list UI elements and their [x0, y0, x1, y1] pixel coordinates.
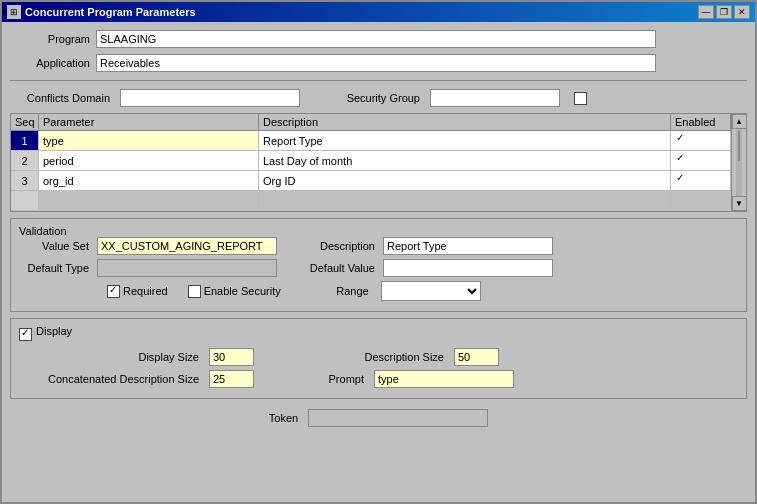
application-input[interactable] — [96, 54, 656, 72]
display-section: Display Display Size Description Size Co… — [10, 318, 747, 399]
validation-section: Validation Value Set Description Default… — [10, 218, 747, 312]
validation-row-3: Required Enable Security Range — [19, 281, 738, 301]
param-cell-empty — [39, 191, 259, 210]
validation-row-1: Value Set Description — [19, 237, 738, 255]
param-input-3[interactable] — [43, 175, 254, 187]
table-scrollbar[interactable]: ▲ ▼ — [731, 114, 746, 211]
content-area: Program Application Conflicts Domain Sec… — [2, 22, 755, 502]
required-checkbox-item[interactable]: Required — [107, 285, 168, 298]
scroll-thumb[interactable] — [738, 131, 740, 161]
prompt-input[interactable] — [374, 370, 514, 388]
seq-cell-3: 3 — [11, 171, 39, 190]
param-cell-2[interactable] — [39, 151, 259, 170]
security-label: Security Group — [330, 92, 420, 104]
param-cell-1[interactable] — [39, 131, 259, 150]
security-input[interactable] — [430, 89, 560, 107]
enable-security-checkbox[interactable] — [188, 285, 201, 298]
required-label: Required — [123, 285, 168, 297]
table-row[interactable]: 2 Last Day of month — [11, 151, 731, 171]
display-checkbox[interactable] — [19, 328, 32, 341]
minimize-button[interactable]: — — [698, 5, 714, 19]
col-enabled: Enabled — [671, 114, 731, 130]
col-desc: Description — [259, 114, 671, 130]
window-icon: ⊞ — [7, 5, 21, 19]
value-set-input[interactable] — [97, 237, 277, 255]
divider — [10, 80, 747, 81]
enabled-cell-1[interactable] — [671, 131, 731, 150]
title-bar-left: ⊞ Concurrent Program Parameters — [7, 5, 196, 19]
table-main: Seq Parameter Description Enabled 1 Repo… — [11, 114, 731, 211]
validation-title: Validation — [19, 225, 67, 237]
enabled-checkbox-1[interactable] — [675, 134, 726, 147]
token-row: Token — [10, 409, 747, 427]
concat-desc-label: Concatenated Description Size — [19, 373, 199, 385]
prompt-label: Prompt — [314, 373, 364, 385]
title-buttons: — ❐ ✕ — [698, 5, 750, 19]
display-title-row: Display — [19, 325, 738, 343]
program-label: Program — [10, 33, 90, 45]
default-type-label: Default Type — [19, 262, 89, 274]
title-bar: ⊞ Concurrent Program Parameters — ❐ ✕ — [2, 2, 755, 22]
main-window: ⊞ Concurrent Program Parameters — ❐ ✕ Pr… — [0, 0, 757, 504]
desc-cell-1: Report Type — [259, 131, 671, 150]
validation-row-2: Default Type Default Value — [19, 259, 738, 277]
required-checkbox[interactable] — [107, 285, 120, 298]
table-header: Seq Parameter Description Enabled — [11, 114, 731, 131]
conflicts-input[interactable] — [120, 89, 300, 107]
enable-security-item[interactable]: Enable Security — [188, 285, 281, 298]
enabled-cell-2[interactable] — [671, 151, 731, 170]
security-checkbox[interactable] — [574, 92, 587, 105]
table-row[interactable]: 3 Org ID — [11, 171, 731, 191]
conflicts-label: Conflicts Domain — [10, 92, 110, 104]
default-value-label: Default Value — [305, 262, 375, 274]
range-label: Range — [329, 285, 369, 297]
display-row-2: Concatenated Description Size Prompt — [19, 370, 738, 388]
value-set-label: Value Set — [19, 240, 89, 252]
application-row: Application — [10, 54, 747, 72]
default-type-input[interactable] — [97, 259, 277, 277]
display-size-input[interactable] — [209, 348, 254, 366]
param-input-2[interactable] — [43, 155, 254, 167]
seq-cell-2: 2 — [11, 151, 39, 170]
conflicts-row: Conflicts Domain Security Group — [10, 89, 747, 107]
param-cell-3[interactable] — [39, 171, 259, 190]
window-title: Concurrent Program Parameters — [25, 6, 196, 18]
enabled-checkbox-2[interactable] — [675, 154, 726, 167]
desc-cell-3: Org ID — [259, 171, 671, 190]
description-size-label: Description Size — [314, 351, 444, 363]
scroll-down-button[interactable]: ▼ — [732, 196, 747, 211]
default-value-input[interactable] — [383, 259, 553, 277]
desc-cell-2: Last Day of month — [259, 151, 671, 170]
scroll-up-button[interactable]: ▲ — [732, 114, 747, 129]
description-label-val: Description — [305, 240, 375, 252]
display-row-1: Display Size Description Size — [19, 348, 738, 366]
application-label: Application — [10, 57, 90, 69]
restore-button[interactable]: ❐ — [716, 5, 732, 19]
parameters-table-container: Seq Parameter Description Enabled 1 Repo… — [10, 113, 747, 212]
program-input[interactable] — [96, 30, 656, 48]
close-button[interactable]: ✕ — [734, 5, 750, 19]
program-row: Program — [10, 30, 747, 48]
seq-cell-empty — [11, 191, 39, 210]
display-size-label: Display Size — [19, 351, 199, 363]
col-param: Parameter — [39, 114, 259, 130]
enabled-checkbox-3[interactable] — [675, 174, 726, 187]
description-size-input[interactable] — [454, 348, 499, 366]
table-row-empty — [11, 191, 731, 211]
display-title: Display — [36, 325, 72, 337]
concat-desc-input[interactable] — [209, 370, 254, 388]
description-input-val[interactable] — [383, 237, 553, 255]
scroll-track[interactable] — [736, 129, 742, 196]
enabled-cell-empty — [671, 191, 731, 210]
token-label: Token — [269, 412, 298, 424]
desc-cell-empty — [259, 191, 671, 210]
enabled-cell-3[interactable] — [671, 171, 731, 190]
seq-cell-1: 1 — [11, 131, 39, 150]
range-select[interactable] — [381, 281, 481, 301]
param-input-1[interactable] — [43, 135, 254, 147]
enable-security-label: Enable Security — [204, 285, 281, 297]
token-input[interactable] — [308, 409, 488, 427]
table-row[interactable]: 1 Report Type — [11, 131, 731, 151]
col-seq: Seq — [11, 114, 39, 130]
